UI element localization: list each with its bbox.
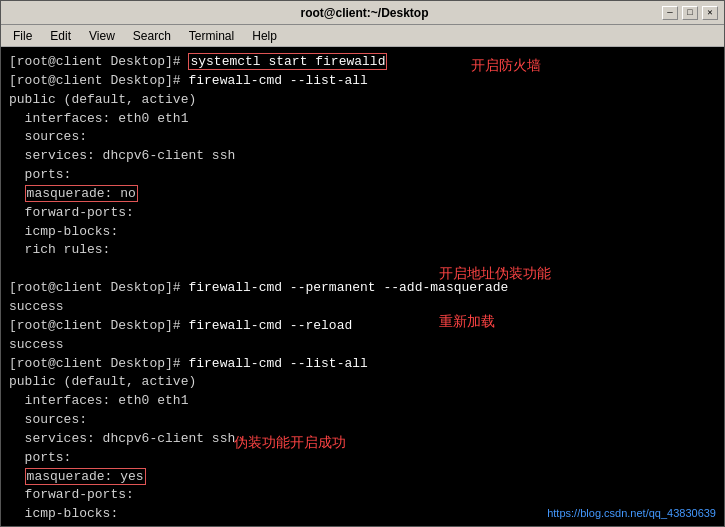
menu-edit[interactable]: Edit [42, 27, 79, 45]
terminal-line-9: forward-ports: [9, 204, 716, 223]
terminal-line-21: services: dhcpv6-client ssh [9, 430, 716, 449]
terminal-line-23: masquerade: yes [9, 468, 716, 487]
highlight-cmd-1: systemctl start firewalld [188, 53, 387, 70]
terminal-line-6: services: dhcpv6-client ssh [9, 147, 716, 166]
terminal-line-10: icmp-blocks: [9, 223, 716, 242]
annotation-reload: 重新加载 [439, 311, 495, 331]
terminal-line-15: [root@client Desktop]# firewall-cmd --re… [9, 317, 716, 336]
highlight-masq-yes: masquerade: yes [25, 468, 146, 485]
close-button[interactable]: ✕ [702, 6, 718, 20]
terminal-line-8: masquerade: no [9, 185, 716, 204]
terminal-window: root@client:~/Desktop — □ ✕ File Edit Vi… [0, 0, 725, 527]
terminal-line-19: interfaces: eth0 eth1 [9, 392, 716, 411]
terminal-line-12 [9, 260, 716, 279]
terminal-line-16: success [9, 336, 716, 355]
terminal-line-1: [root@client Desktop]# systemctl start f… [9, 53, 716, 72]
terminal-line-18: public (default, active) [9, 373, 716, 392]
terminal-line-7: ports: [9, 166, 716, 185]
annotation-success: 伪装功能开启成功 [234, 432, 346, 452]
terminal-line-13: [root@client Desktop]# firewall-cmd --pe… [9, 279, 716, 298]
menu-help[interactable]: Help [244, 27, 285, 45]
menu-view[interactable]: View [81, 27, 123, 45]
menu-terminal[interactable]: Terminal [181, 27, 242, 45]
menu-bar: File Edit View Search Terminal Help [1, 25, 724, 47]
terminal-line-17: [root@client Desktop]# firewall-cmd --li… [9, 355, 716, 374]
annotation-masquerade: 开启地址伪装功能 [439, 263, 551, 283]
window-title: root@client:~/Desktop [67, 6, 662, 20]
annotation-firewall: 开启防火墙 [471, 55, 541, 75]
window-controls: — □ ✕ [662, 6, 718, 20]
terminal-line-22: ports: [9, 449, 716, 468]
terminal-line-5: sources: [9, 128, 716, 147]
highlight-masq-no: masquerade: no [25, 185, 138, 202]
terminal-content: [root@client Desktop]# systemctl start f… [9, 53, 716, 526]
terminal-line-14: success [9, 298, 716, 317]
terminal-line-3: public (default, active) [9, 91, 716, 110]
terminal-line-2: [root@client Desktop]# firewall-cmd --li… [9, 72, 716, 91]
menu-file[interactable]: File [5, 27, 40, 45]
terminal-line-24: forward-ports: [9, 486, 716, 505]
terminal-area[interactable]: [root@client Desktop]# systemctl start f… [1, 47, 724, 526]
terminal-line-20: sources: [9, 411, 716, 430]
terminal-line-26: rich rules: [9, 524, 716, 526]
terminal-line-11: rich rules: [9, 241, 716, 260]
footer-link: https://blog.csdn.net/qq_43830639 [547, 506, 716, 522]
terminal-line-4: interfaces: eth0 eth1 [9, 110, 716, 129]
title-bar: root@client:~/Desktop — □ ✕ [1, 1, 724, 25]
menu-search[interactable]: Search [125, 27, 179, 45]
maximize-button[interactable]: □ [682, 6, 698, 20]
minimize-button[interactable]: — [662, 6, 678, 20]
